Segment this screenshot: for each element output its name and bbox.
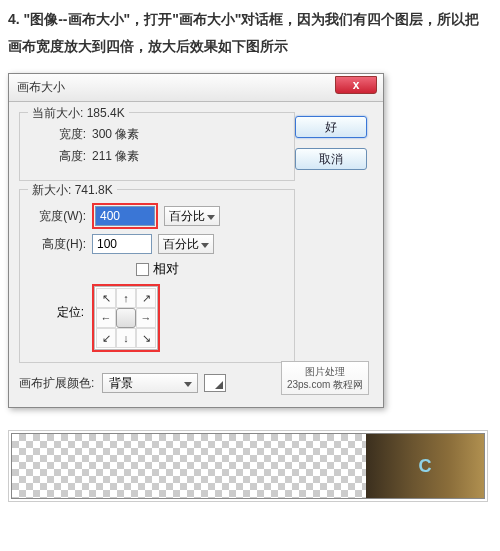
transparent-area (12, 434, 366, 498)
current-size-legend: 当前大小: 185.4K (28, 105, 129, 122)
titlebar[interactable]: 画布大小 x (9, 74, 383, 102)
new-height-label: 高度(H): (30, 236, 92, 253)
extend-color-select[interactable]: 背景 (102, 373, 198, 393)
height-unit-select[interactable]: 百分比 (158, 234, 214, 254)
watermark: 图片处理 23ps.com 教程网 (281, 361, 369, 395)
left-column: 当前大小: 185.4K 宽度: 300 像素 高度: 211 像素 新大小: … (19, 112, 295, 393)
anchor-center[interactable] (116, 308, 136, 328)
anchor-se[interactable]: ↘ (136, 328, 156, 348)
image-thumb: C (366, 434, 484, 498)
relative-checkbox[interactable] (136, 263, 149, 276)
anchor-e[interactable]: → (136, 308, 156, 328)
anchor-w[interactable]: ← (96, 308, 116, 328)
current-size-group: 当前大小: 185.4K 宽度: 300 像素 高度: 211 像素 (19, 112, 295, 181)
anchor-s[interactable]: ↓ (116, 328, 136, 348)
watermark-line1: 图片处理 (305, 365, 345, 378)
anchor-nw[interactable]: ↖ (96, 288, 116, 308)
width-highlight: 400 (92, 203, 158, 229)
extend-color-label: 画布扩展颜色: (19, 375, 94, 392)
relative-label: 相对 (153, 260, 179, 278)
right-column: 好 取消 (295, 112, 373, 393)
canvas-size-dialog: 画布大小 x 当前大小: 185.4K 宽度: 300 像素 高度: 211 像… (8, 73, 384, 408)
anchor-ne[interactable]: ↗ (136, 288, 156, 308)
height-input[interactable]: 100 (92, 234, 152, 254)
current-width-value: 300 像素 (92, 126, 139, 143)
current-width-label: 宽度: (30, 126, 92, 143)
result-canvas: C (11, 433, 485, 499)
anchor-grid[interactable]: ↖ ↑ ↗ ← → ↙ ↓ ↘ (94, 286, 158, 350)
instruction-text: 4. "图像--画布大小"，打开"画布大小"对话框，因为我们有四个图层，所以把画… (0, 0, 500, 73)
anchor-n[interactable]: ↑ (116, 288, 136, 308)
anchor-highlight: ↖ ↑ ↗ ← → ↙ ↓ ↘ (92, 284, 160, 352)
anchor-sw[interactable]: ↙ (96, 328, 116, 348)
ok-button[interactable]: 好 (295, 116, 367, 138)
current-height-value: 211 像素 (92, 148, 139, 165)
current-height-label: 高度: (30, 148, 92, 165)
cancel-button[interactable]: 取消 (295, 148, 367, 170)
anchor-label: 定位: (30, 284, 92, 321)
close-button[interactable]: x (335, 76, 377, 94)
watermark-line2: 23ps.com 教程网 (287, 378, 363, 391)
new-width-label: 宽度(W): (30, 208, 92, 225)
result-preview: C (8, 430, 488, 502)
extend-color-swatch[interactable] (204, 374, 226, 392)
new-size-legend: 新大小: 741.8K (28, 182, 117, 199)
new-size-group: 新大小: 741.8K 宽度(W): 400 百分比 高度(H): 100 百分… (19, 189, 295, 363)
dialog-title: 画布大小 (17, 79, 65, 96)
width-unit-select[interactable]: 百分比 (164, 206, 220, 226)
width-input[interactable]: 400 (95, 206, 155, 226)
